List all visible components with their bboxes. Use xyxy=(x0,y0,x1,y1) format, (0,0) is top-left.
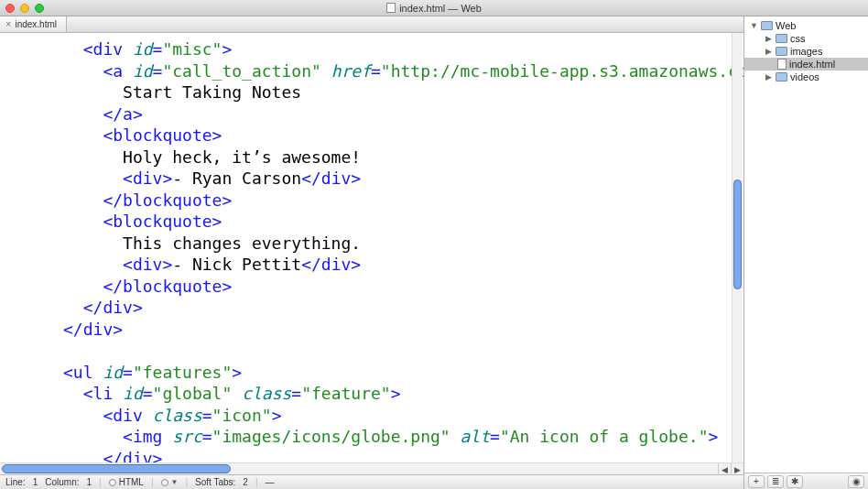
tree-label: images xyxy=(790,46,822,57)
disclosure-triangle-icon[interactable]: ▶ xyxy=(765,72,773,82)
window-title: index.html — Web xyxy=(0,3,868,14)
chevron-down-icon: ▼ xyxy=(171,478,179,486)
folder-icon xyxy=(776,72,787,82)
traffic-lights xyxy=(5,4,44,13)
sidebar-toolbar: + ≣ ✱ ◉ xyxy=(744,473,868,489)
soft-tabs-label: Soft Tabs: xyxy=(195,477,235,487)
plus-icon: + xyxy=(754,476,759,486)
language-selector[interactable]: HTML xyxy=(109,477,144,487)
workspace: × index.html <div id="misc"> <a id="call… xyxy=(0,16,868,489)
horizontal-scrollbar-thumb[interactable] xyxy=(2,464,231,473)
folder-icon xyxy=(776,47,787,56)
divider: | xyxy=(99,477,102,487)
folder-icon xyxy=(776,34,787,43)
status-line-label: Line: xyxy=(5,477,26,487)
status-col-value: 1 xyxy=(87,477,92,487)
status-line-value: 1 xyxy=(33,477,38,487)
divider: | xyxy=(185,477,188,487)
close-tab-icon[interactable]: × xyxy=(5,19,11,29)
add-button[interactable]: + xyxy=(748,475,765,488)
scroll-left-arrow-icon[interactable]: ◀ xyxy=(718,463,731,475)
settings-button[interactable]: ✱ xyxy=(787,475,803,488)
tree-label: css xyxy=(790,33,806,44)
tree-label: index.html xyxy=(789,59,835,70)
disclosure-triangle-icon[interactable]: ▶ xyxy=(765,47,773,56)
tab-label: index.html xyxy=(15,19,57,29)
radio-icon xyxy=(161,479,168,486)
editor-body[interactable]: <div id="misc"> <a id="call_to_action" h… xyxy=(0,33,743,462)
tab-index-html[interactable]: × index.html xyxy=(0,16,67,32)
soft-tabs-value: 2 xyxy=(243,477,248,487)
project-sidebar: ▼ Web ▶ css ▶ images index.html ▶ v xyxy=(744,16,868,489)
info-icon: ◉ xyxy=(852,476,861,486)
radio-icon xyxy=(109,479,116,486)
tree-folder-web[interactable]: ▼ Web xyxy=(744,19,868,32)
vertical-scrollbar[interactable] xyxy=(732,33,743,462)
status-dash: — xyxy=(266,477,275,487)
tree-file-index-html[interactable]: index.html xyxy=(744,58,868,71)
indent-selector[interactable]: ▼ xyxy=(161,478,179,486)
file-icon xyxy=(777,59,787,70)
editor-viewport: <div id="misc"> <a id="call_to_action" h… xyxy=(0,33,743,462)
divider: | xyxy=(151,477,154,487)
list-icon: ≣ xyxy=(772,476,779,486)
info-button[interactable]: ◉ xyxy=(848,475,864,488)
tree-folder-videos[interactable]: ▶ videos xyxy=(744,71,868,83)
window-title-text: index.html — Web xyxy=(399,3,482,14)
divider: | xyxy=(255,477,258,487)
tree-folder-css[interactable]: ▶ css xyxy=(744,32,868,45)
list-button[interactable]: ≣ xyxy=(767,475,784,488)
file-tree[interactable]: ▼ Web ▶ css ▶ images index.html ▶ v xyxy=(744,16,868,473)
code-content[interactable]: <div id="misc"> <a id="call_to_action" h… xyxy=(4,38,743,462)
scroll-right-arrow-icon[interactable]: ▶ xyxy=(731,463,743,475)
tree-folder-images[interactable]: ▶ images xyxy=(744,45,868,58)
vertical-scrollbar-thumb[interactable] xyxy=(733,179,742,289)
editor-pane: × index.html <div id="misc"> <a id="call… xyxy=(0,16,744,489)
close-window-button[interactable] xyxy=(5,4,15,13)
document-icon xyxy=(386,3,396,13)
tree-label: videos xyxy=(790,71,819,82)
tab-bar: × index.html xyxy=(0,16,743,33)
disclosure-triangle-icon[interactable]: ▼ xyxy=(750,21,758,30)
status-bar: Line: 1 Column: 1 | HTML | ▼ | Soft Tabs… xyxy=(0,474,743,489)
gear-icon: ✱ xyxy=(791,476,798,486)
status-col-label: Column: xyxy=(45,477,79,487)
minimize-window-button[interactable] xyxy=(20,4,29,13)
scroll-arrows: ◀ ▶ xyxy=(718,463,743,475)
zoom-window-button[interactable] xyxy=(35,4,44,13)
tree-label: Web xyxy=(776,20,796,31)
window-titlebar: index.html — Web xyxy=(0,0,868,16)
folder-icon xyxy=(761,21,773,30)
horizontal-scrollbar[interactable]: ◀ ▶ xyxy=(0,462,743,474)
language-label: HTML xyxy=(119,477,144,487)
disclosure-triangle-icon[interactable]: ▶ xyxy=(765,34,773,43)
